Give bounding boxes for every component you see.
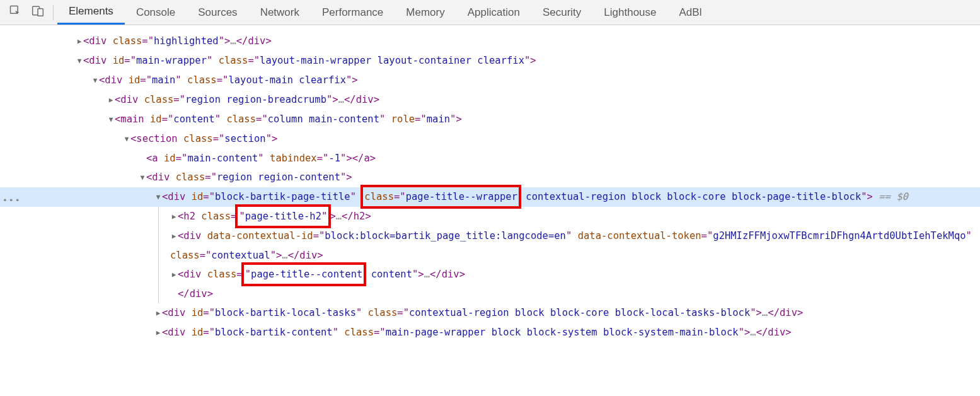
- expand-toggle-icon[interactable]: [107, 110, 115, 129]
- expand-toggle-icon[interactable]: [107, 91, 115, 110]
- tab-security[interactable]: Security: [531, 0, 592, 25]
- highlight-box: class="page-title--wrapper: [360, 185, 521, 209]
- dom-node[interactable]: <section class="section">: [0, 129, 980, 149]
- dom-node[interactable]: <div id="block-bartik-content" class="ma…: [0, 323, 980, 342]
- dom-node[interactable]: <a id="main-content" tabindex="-1"></a>: [0, 149, 980, 168]
- dom-node-close[interactable]: </div>: [0, 284, 980, 303]
- tab-memory[interactable]: Memory: [395, 0, 456, 25]
- tab-lighthouse[interactable]: Lighthouse: [592, 0, 667, 25]
- dom-node[interactable]: <div id="main" class="layout-main clearf…: [0, 71, 980, 90]
- tab-sources[interactable]: Sources: [187, 0, 248, 25]
- expand-toggle-icon[interactable]: [170, 265, 178, 284]
- tab-elements[interactable]: Elements: [57, 0, 125, 25]
- tab-performance[interactable]: Performance: [311, 0, 395, 25]
- elements-panel: <div class="highlighted">…</div> <div id…: [0, 25, 980, 342]
- dom-node[interactable]: <div class="region region-breadcrumb">…<…: [0, 90, 980, 110]
- expand-toggle-icon[interactable]: [91, 71, 99, 90]
- highlight-box: "page-title--content: [241, 262, 367, 286]
- dom-node[interactable]: <div class="page-title--content content"…: [0, 265, 980, 284]
- expand-toggle-icon[interactable]: [154, 304, 162, 323]
- expand-toggle-icon[interactable]: [139, 168, 146, 187]
- expand-toggle-icon[interactable]: [154, 323, 162, 342]
- tab-console[interactable]: Console: [125, 0, 187, 25]
- tab-adblock[interactable]: AdBl: [668, 0, 713, 25]
- dom-node-selected[interactable]: ••• <div id="block-bartik-page-title" cl…: [0, 187, 980, 207]
- dom-node[interactable]: <div id="main-wrapper" class="layout-mai…: [0, 51, 980, 71]
- expand-toggle-icon[interactable]: [123, 130, 130, 149]
- toolbar-icons: [0, 4, 53, 20]
- toggle-device-icon[interactable]: [32, 4, 44, 20]
- tab-application[interactable]: Application: [456, 0, 531, 25]
- highlight-box: "page-title-h2": [235, 204, 331, 228]
- dom-node[interactable]: <div class="highlighted">…</div>: [0, 32, 980, 51]
- dom-node[interactable]: <h2 class="page-title-h2">…</h2>: [0, 207, 980, 226]
- devtools-toolbar: Elements Console Sources Network Perform…: [0, 0, 980, 25]
- expand-toggle-icon[interactable]: [76, 52, 83, 71]
- expand-toggle-icon[interactable]: [170, 207, 178, 226]
- inspect-element-icon[interactable]: [9, 4, 21, 20]
- dom-node[interactable]: <div id="block-bartik-local-tasks" class…: [0, 303, 980, 323]
- expand-toggle-icon[interactable]: [170, 227, 178, 246]
- svg-rect-2: [38, 9, 43, 16]
- dom-node[interactable]: <div data-contextual-id="block:block=bar…: [0, 226, 980, 265]
- dom-node[interactable]: <main id="content" class="column main-co…: [0, 110, 980, 129]
- expand-toggle-icon[interactable]: [76, 32, 83, 51]
- tab-network[interactable]: Network: [249, 0, 311, 25]
- toolbar-separator: [53, 5, 54, 20]
- expand-toggle-icon[interactable]: [154, 188, 162, 207]
